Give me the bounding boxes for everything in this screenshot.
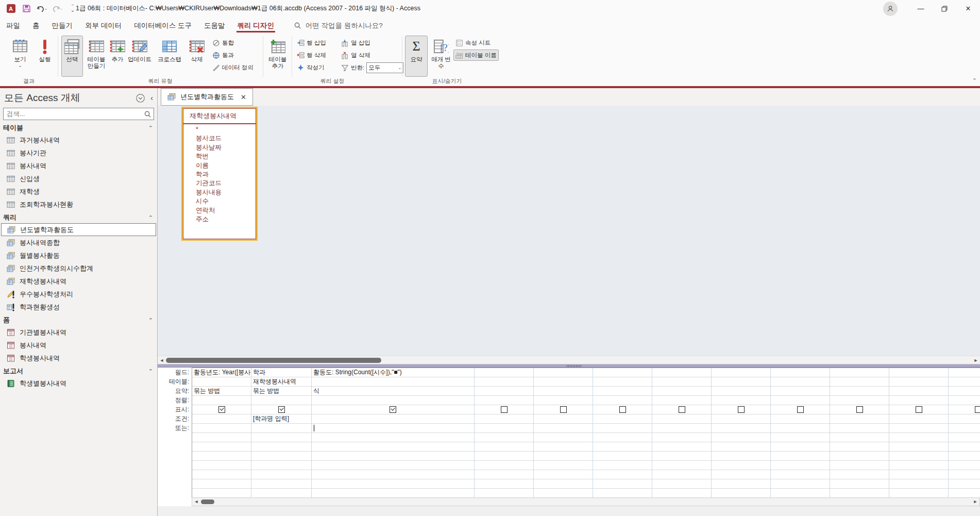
show-cell[interactable] (830, 405, 889, 414)
sort-cell[interactable] (312, 396, 474, 405)
empty-cell[interactable] (312, 489, 474, 497)
total-cell[interactable]: 식 (312, 387, 474, 396)
show-cell[interactable] (889, 405, 948, 414)
nav-table-item[interactable]: 재학생 (0, 185, 157, 198)
builder-button[interactable]: 작성기 (295, 62, 328, 73)
criteria-cell[interactable] (534, 414, 593, 424)
scroll-right-icon[interactable]: ► (972, 498, 979, 505)
field-list-card[interactable]: 재학생봉사내역 * 봉사코드 봉사날짜 학번 이름 학과 기관코드 봉사내용 시… (181, 107, 258, 241)
criteria-cell[interactable] (593, 414, 652, 424)
run-button[interactable]: 실행 (34, 36, 56, 77)
criteria-cell[interactable] (312, 414, 474, 424)
or-cell[interactable] (949, 424, 980, 433)
show-checkbox[interactable] (679, 406, 685, 413)
show-cell[interactable] (712, 405, 770, 414)
empty-cell[interactable] (949, 489, 980, 497)
field-cell[interactable] (712, 368, 770, 377)
empty-cell[interactable] (712, 452, 770, 461)
nav-table-item[interactable]: 조회학과봉사현황 (0, 198, 157, 211)
field-list-item[interactable]: 봉사내용 (183, 188, 256, 197)
empty-cell[interactable] (312, 479, 474, 489)
total-cell[interactable] (830, 387, 889, 396)
empty-cell[interactable] (312, 452, 474, 461)
empty-cell[interactable] (889, 479, 948, 489)
or-cell[interactable] (593, 424, 652, 433)
tab-query-design[interactable]: 쿼리 디자인 (231, 17, 280, 34)
table-cell[interactable] (771, 377, 830, 387)
or-cell[interactable] (712, 424, 770, 433)
empty-cell[interactable] (312, 470, 474, 479)
sort-cell[interactable] (949, 396, 980, 405)
sort-cell[interactable] (475, 396, 533, 405)
nav-form-item[interactable]: 학생봉사내역 (0, 352, 157, 364)
empty-cell[interactable] (475, 433, 533, 442)
field-cell[interactable] (593, 368, 652, 377)
total-cell[interactable] (534, 387, 593, 396)
show-checkbox[interactable] (278, 406, 285, 413)
tab-create[interactable]: 만들기 (46, 17, 79, 34)
criteria-cell[interactable] (949, 414, 980, 424)
nav-table-item[interactable]: 과거봉사내역 (0, 134, 157, 146)
table-cell[interactable] (192, 377, 251, 387)
restore-button[interactable] (933, 0, 956, 17)
or-cell[interactable] (312, 424, 474, 433)
empty-cell[interactable] (475, 442, 533, 452)
criteria-cell[interactable] (771, 414, 830, 424)
table-cell[interactable] (949, 377, 980, 387)
empty-cell[interactable] (771, 452, 830, 461)
field-cell[interactable] (652, 368, 711, 377)
empty-cell[interactable] (192, 433, 251, 442)
tab-external-data[interactable]: 외부 데이터 (79, 17, 128, 34)
empty-cell[interactable] (830, 489, 889, 497)
empty-cell[interactable] (949, 461, 980, 470)
show-checkbox[interactable] (856, 406, 863, 413)
empty-cell[interactable] (251, 452, 311, 461)
or-cell[interactable] (534, 424, 593, 433)
undo-dropdown-icon[interactable]: ⌄ (44, 6, 48, 11)
criteria-cell[interactable] (652, 414, 711, 424)
empty-cell[interactable] (949, 470, 980, 479)
field-list-item[interactable]: 연락처 (183, 206, 256, 215)
empty-cell[interactable] (251, 442, 311, 452)
field-list-item[interactable]: 시수 (183, 197, 256, 206)
field-list-item[interactable]: 기관코드 (183, 179, 256, 188)
empty-cell[interactable] (889, 470, 948, 479)
scroll-left-icon[interactable]: ◄ (158, 357, 165, 364)
nav-search-box[interactable] (3, 108, 154, 120)
empty-cell[interactable] (251, 433, 311, 442)
table-cell[interactable]: 재학생봉사내역 (251, 377, 311, 387)
make-table-query-button[interactable]: 테이블 만들기 (84, 36, 109, 77)
empty-cell[interactable] (830, 452, 889, 461)
sort-cell[interactable] (192, 396, 251, 405)
empty-cell[interactable] (712, 433, 770, 442)
total-cell[interactable] (475, 387, 533, 396)
field-list-item[interactable]: 주소 (183, 215, 256, 224)
empty-cell[interactable] (949, 452, 980, 461)
field-cell[interactable] (830, 368, 889, 377)
select-query-button[interactable]: 선택 (61, 36, 83, 77)
empty-cell[interactable] (949, 442, 980, 452)
nav-menu-icon[interactable] (136, 93, 145, 103)
table-cell[interactable] (312, 377, 474, 387)
sort-cell[interactable] (830, 396, 889, 405)
show-cell[interactable] (534, 405, 593, 414)
show-checkbox[interactable] (218, 406, 225, 413)
hscrollbar-thumb[interactable] (201, 500, 214, 504)
empty-cell[interactable] (312, 442, 474, 452)
empty-cell[interactable] (712, 489, 770, 497)
table-cell[interactable] (889, 377, 948, 387)
undo-button[interactable]: ⌄ (35, 2, 48, 15)
nav-group-forms[interactable]: 폼⌃ (0, 313, 157, 326)
empty-cell[interactable] (534, 452, 593, 461)
show-cell[interactable] (949, 405, 980, 414)
empty-cell[interactable] (889, 489, 948, 497)
nav-query-item[interactable]: 인천거주학생의시수합계 (0, 262, 157, 275)
empty-cell[interactable] (312, 461, 474, 470)
empty-cell[interactable] (251, 470, 311, 479)
or-cell[interactable] (251, 424, 311, 433)
empty-cell[interactable] (830, 442, 889, 452)
field-cell[interactable] (475, 368, 533, 377)
insert-rows-button[interactable]: 행 삽입 (295, 37, 328, 48)
insert-columns-button[interactable]: 열 삽입 (339, 37, 405, 48)
delete-query-button[interactable]: 삭제 (186, 36, 208, 77)
